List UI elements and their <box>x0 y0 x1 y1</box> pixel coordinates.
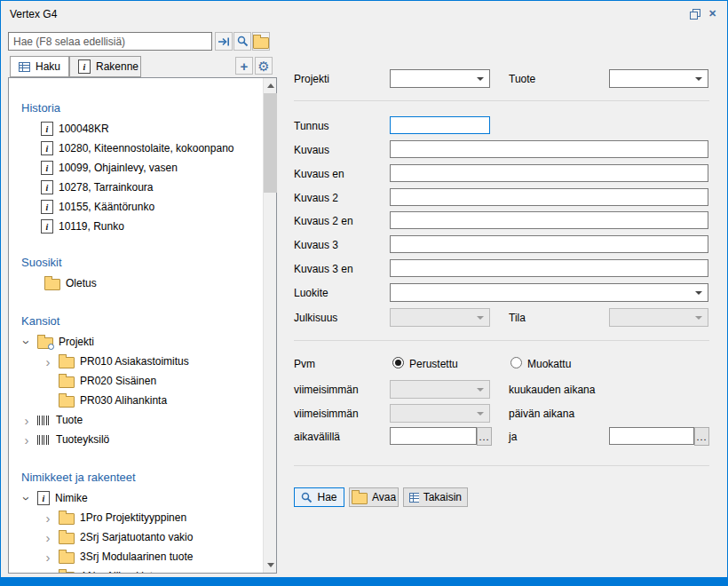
tree-item-pr030[interactable]: PR030 Alihankinta <box>9 391 263 410</box>
search-input[interactable] <box>8 32 212 51</box>
tree-item-history-4[interactable]: 10155, Kääntörunko <box>9 197 263 217</box>
restore-icon <box>690 9 700 20</box>
tree-item-label: Tuote <box>56 414 83 426</box>
tree-item-pr010[interactable]: PR010 Asiakastoimitus <box>9 352 263 371</box>
tunnus-input[interactable] <box>390 116 490 134</box>
date-picker-start-button[interactable]: ... <box>477 427 492 446</box>
tuote-label: Tuote <box>509 73 535 85</box>
kuvaus2-input[interactable] <box>390 188 708 206</box>
hae-button[interactable]: Hae <box>294 487 344 507</box>
tree-item-nimike[interactable]: Nimike <box>9 488 263 508</box>
tree-item-history-3[interactable]: 10278, Tarrainkoura <box>9 178 263 197</box>
document-info-icon <box>41 180 53 194</box>
takaisin-button-label: Takaisin <box>423 491 462 503</box>
arrow-right-icon <box>218 36 230 47</box>
tree-header-nimikkeet: Nimikkeet ja rakenteet <box>9 467 263 488</box>
open-folder-button[interactable] <box>252 32 270 51</box>
kuvaus3-en-label: Kuvaus 3 en <box>294 263 353 275</box>
chevron-right-icon[interactable] <box>43 511 53 525</box>
tree-item-label: 10155, Kääntörunko <box>59 201 154 213</box>
kuvaus-input[interactable] <box>390 140 708 158</box>
julkisuus-label: Julkisuus <box>294 312 337 324</box>
chevron-down-icon[interactable] <box>20 337 34 347</box>
kuvaus-en-input[interactable] <box>390 164 708 182</box>
tree-scrollbar[interactable] <box>263 78 276 573</box>
tree-item-history-0[interactable]: 100048KR <box>9 119 263 139</box>
tab-rakenne[interactable]: Rakenne <box>69 56 141 77</box>
tree-item-tuoteyksilo[interactable]: Tuoteyksilö <box>9 430 263 449</box>
perustettu-radio[interactable] <box>392 357 404 368</box>
projekti-combobox[interactable] <box>390 69 490 88</box>
tila-combobox <box>609 308 708 327</box>
close-button[interactable] <box>705 7 720 20</box>
kuvaus3-input[interactable] <box>390 235 708 253</box>
takaisin-button[interactable]: Takaisin <box>403 487 468 507</box>
tila-label: Tila <box>509 312 526 324</box>
paivan-aikana-label: päivän aikana <box>509 408 574 420</box>
chevron-right-icon[interactable] <box>43 550 53 564</box>
julkisuus-combobox <box>390 308 490 327</box>
info-icon <box>78 59 91 74</box>
tree-item-tuote[interactable]: Tuote <box>9 410 263 430</box>
aikavalilla-alku-input[interactable] <box>390 427 477 445</box>
restore-button[interactable] <box>687 7 702 20</box>
tab-haku[interactable]: Haku <box>10 56 69 77</box>
viimeisimman-kuukausi-combobox <box>390 380 490 399</box>
kuvaus2-en-label: Kuvaus 2 en <box>294 215 353 227</box>
tree-item-history-1[interactable]: 10280, Kiteennostolaite, kokoonpano <box>9 139 263 158</box>
chevron-right-icon[interactable] <box>43 355 53 368</box>
chevron-right-icon[interactable] <box>43 531 53 544</box>
document-info-icon <box>41 141 53 155</box>
tree-item-label: PR020 Sisäinen <box>80 375 156 387</box>
date-picker-end-button[interactable]: ... <box>694 427 709 446</box>
pvm-label: Pvm <box>294 358 315 370</box>
tree-content: Historia 100048KR 10280, Kiteennostolait… <box>9 78 263 573</box>
barcode-icon <box>37 435 51 445</box>
luokite-combobox[interactable] <box>390 283 708 302</box>
tab-rakenne-label: Rakenne <box>96 60 138 73</box>
aikavalilla-loppu-input[interactable] <box>609 427 694 445</box>
chevron-down-icon[interactable] <box>20 493 34 503</box>
muokattu-radio[interactable] <box>510 357 522 368</box>
tree-item-history-2[interactable]: 10099, Ohjainlevy, vasen <box>9 158 263 178</box>
chevron-right-icon[interactable] <box>21 433 32 447</box>
tree-item-label: 4Alm Alihankinta <box>80 570 159 573</box>
kuvaus3-label: Kuvaus 3 <box>294 239 338 251</box>
chevron-right-icon[interactable] <box>43 570 53 574</box>
tree-header-historia: Historia <box>9 98 263 119</box>
kuvaus3-en-input[interactable] <box>390 259 708 277</box>
tree-item-label: 10119, Runko <box>59 220 124 233</box>
settings-button[interactable] <box>255 57 273 75</box>
tree-item-label: 10099, Ohjainlevy, vasen <box>59 162 178 174</box>
tree-item-3srj[interactable]: 3Srj Modulaarinen tuote <box>9 547 263 566</box>
titlebar[interactable]: Vertex G4 <box>1 1 727 28</box>
kuvaus2-en-input[interactable] <box>390 211 708 229</box>
tree-item-2srj[interactable]: 2Srj Sarjatuotanto vakio <box>9 527 263 547</box>
tree-item-label: 3Srj Modulaarinen tuote <box>80 550 193 563</box>
scroll-up-arrow[interactable] <box>264 78 277 93</box>
add-tab-button[interactable] <box>235 57 253 75</box>
avaa-button[interactable]: Avaa <box>349 487 399 507</box>
search-button[interactable] <box>233 32 251 51</box>
separator <box>294 340 709 341</box>
tree-item-oletus[interactable]: Oletus <box>9 273 263 293</box>
tab-haku-label: Haku <box>36 60 60 73</box>
search-go-button[interactable] <box>215 32 233 51</box>
tree-item-1pro[interactable]: 1Pro Projektityyppinen <box>9 508 263 527</box>
muokattu-label: Muokattu <box>527 358 571 370</box>
scroll-down-arrow[interactable] <box>264 558 277 573</box>
tree-item-history-5[interactable]: 10119, Runko <box>9 217 263 236</box>
navigation-tree-panel: Historia 100048KR 10280, Kiteennostolait… <box>8 77 277 574</box>
kuvaus-en-label: Kuvaus en <box>294 168 344 180</box>
tree-header-suosikit: Suosikit <box>9 252 263 273</box>
ja-label: ja <box>509 431 517 443</box>
document-info-icon <box>37 491 50 505</box>
tree-item-label: 10278, Tarrainkoura <box>59 181 154 194</box>
folder-icon <box>59 357 75 368</box>
tree-item-4alm[interactable]: 4Alm Alihankinta <box>9 566 263 573</box>
tuote-combobox[interactable] <box>609 69 708 88</box>
scrollbar-thumb[interactable] <box>264 93 277 193</box>
chevron-right-icon[interactable] <box>21 414 32 427</box>
tree-item-pr020[interactable]: PR020 Sisäinen <box>9 371 263 391</box>
tree-item-projekti[interactable]: Projekti <box>9 332 263 352</box>
